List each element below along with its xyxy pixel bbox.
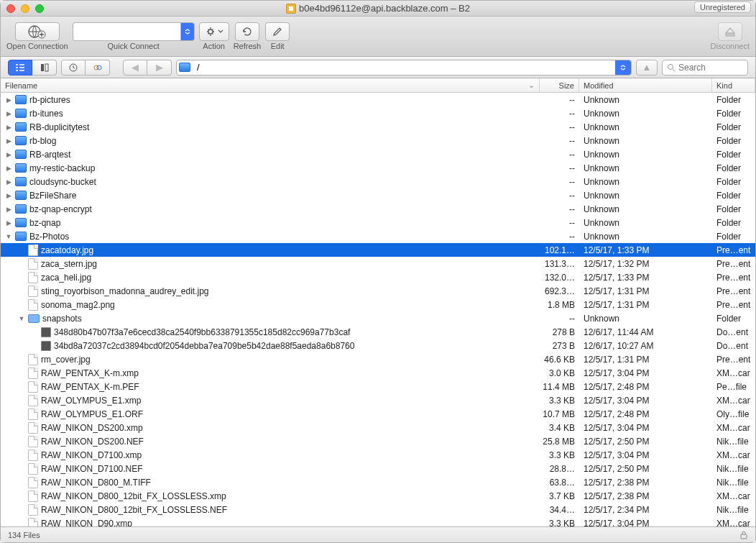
file-kind: XM…car [712, 396, 755, 406]
search-box[interactable] [662, 60, 748, 76]
disclosure-triangle[interactable]: ▶ [5, 178, 12, 186]
table-row[interactable]: zaca_stern.jpg131.3…12/5/17, 1:32 PMPre…… [1, 257, 755, 270]
bonjour-button[interactable] [86, 60, 110, 76]
file-list[interactable]: ▶rb-pictures--UnknownFolder▶rb-itunes--U… [1, 93, 755, 526]
file-modified: 12/5/17, 3:04 PM [579, 423, 712, 433]
drive-icon [15, 204, 27, 214]
table-row[interactable]: sting_royorbison_madonna_audrey_edit.jpg… [1, 284, 755, 298]
table-row[interactable]: RAW_NIKON_D800_12bit_FX_LOSSLESS.xmp3.7 … [1, 489, 755, 503]
table-row[interactable]: zaca_heli.jpg132.0…12/5/17, 1:33 PMPre…e… [1, 270, 755, 284]
column-kind[interactable]: Kind [712, 78, 755, 92]
column-filename[interactable]: Filename ⌄ [1, 78, 540, 92]
table-row[interactable]: ▶bz-qnap--UnknownFolder [1, 216, 755, 229]
file-modified: 12/5/17, 1:33 PM [579, 273, 712, 283]
file-name: RB-arqtest [29, 150, 70, 160]
quick-connect[interactable] [73, 22, 195, 41]
disclosure-triangle[interactable]: ▶ [5, 206, 12, 213]
search-input[interactable] [678, 63, 736, 73]
table-row[interactable]: RAW_NIKON_DS200.NEF25.8 MB12/5/17, 2:50 … [1, 434, 755, 448]
quick-connect-input[interactable] [73, 22, 180, 41]
file-modified: Unknown [579, 163, 712, 173]
file-modified: 12/5/17, 2:38 PM [579, 478, 712, 488]
table-row[interactable]: RAW_NIKON_D7100.xmp3.3 KB12/5/17, 3:04 P… [1, 448, 755, 462]
file-modified: 12/5/17, 3:04 PM [579, 368, 712, 378]
chevron-updown-icon [619, 64, 627, 71]
disclosure-triangle[interactable]: ▶ [5, 151, 12, 158]
file-size: -- [540, 163, 579, 173]
disclosure-triangle[interactable]: ▶ [5, 110, 12, 117]
file-kind: Pe…file [712, 382, 755, 392]
table-row[interactable]: sonoma_mag2.png1.8 MB12/5/17, 1:31 PMPre… [1, 298, 755, 311]
unregistered-button[interactable]: Unregistered [694, 1, 751, 13]
table-row[interactable]: ▶BzFileShare--UnknownFolder [1, 188, 755, 202]
history-button[interactable] [61, 60, 86, 76]
table-row[interactable]: ▶rb-blog--UnknownFolder [1, 134, 755, 147]
quick-connect-dropdown[interactable] [180, 22, 195, 41]
file-size: 25.8 MB [540, 437, 579, 447]
table-row[interactable]: ▼snapshots--UnknownFolder [1, 311, 755, 325]
file-name: RB-duplicitytest [29, 122, 89, 132]
path-dropdown[interactable] [615, 60, 631, 75]
open-connection-button[interactable] [15, 22, 60, 41]
table-row[interactable]: RAW_OLYMPUS_E1.xmp3.3 KB12/5/17, 3:04 PM… [1, 393, 755, 407]
disclosure-triangle[interactable]: ▶ [5, 219, 12, 227]
table-row[interactable]: 34bd8a72037c2cd3894bcd0f2054debba7ea709b… [1, 339, 755, 352]
table-row[interactable]: ▼Bz-Photos--UnknownFolder [1, 229, 755, 243]
file-modified: Unknown [579, 150, 712, 160]
file-name: RAW_NIKON_D800_12bit_FX_LOSSLESS.xmp [41, 491, 226, 501]
table-row[interactable]: RAW_OLYMPUS_E1.ORF10.7 MB12/5/17, 2:48 P… [1, 407, 755, 421]
table-row[interactable]: RAW_PENTAX_K-m.PEF11.4 MB12/5/17, 2:48 P… [1, 380, 755, 393]
table-row[interactable]: RAW_NIKON_D800_M.TIFF63.8…12/5/17, 2:38 … [1, 475, 755, 489]
disclosure-triangle[interactable]: ▶ [5, 192, 12, 199]
list-view-button[interactable] [32, 60, 57, 76]
disclosure-triangle[interactable]: ▶ [5, 124, 12, 131]
file-kind: Nik…file [712, 437, 755, 447]
column-modified[interactable]: Modified [579, 78, 712, 92]
forward-button[interactable]: ▶ [147, 60, 172, 76]
up-button[interactable]: ▲ [636, 60, 658, 76]
file-name: RAW_NIKON_D7100.NEF [41, 464, 143, 474]
file-size: 132.0… [540, 273, 579, 283]
table-row[interactable]: 348d80b47b07f3a7e6cecd38ca2540f9bb633879… [1, 325, 755, 339]
table-row[interactable]: RAW_PENTAX_K-m.xmp3.0 KB12/5/17, 3:04 PM… [1, 366, 755, 380]
back-button[interactable]: ◀ [123, 60, 147, 76]
table-row[interactable]: ▶bz-qnap-encrypt--UnknownFolder [1, 202, 755, 216]
column-size[interactable]: Size [540, 78, 579, 92]
file-kind: XM…car [712, 519, 755, 527]
action-button[interactable] [199, 22, 229, 41]
svg-point-9 [668, 64, 673, 69]
table-row[interactable]: RAW_NIKON_D90.xmp3.3 KB12/5/17, 3:04 PMX… [1, 516, 755, 526]
disclosure-triangle[interactable]: ▶ [5, 137, 12, 145]
edit-button[interactable] [265, 22, 290, 41]
table-row[interactable]: ▶cloudsync-bucket--UnknownFolder [1, 175, 755, 188]
disclosure-triangle[interactable]: ▶ [5, 165, 12, 172]
table-row[interactable]: ▶rb-itunes--UnknownFolder [1, 106, 755, 120]
outline-view-button[interactable] [8, 60, 32, 76]
file-size: 10.7 MB [540, 409, 579, 419]
table-row[interactable]: zacatoday.jpg102.1…12/5/17, 1:33 PMPre…e… [1, 243, 755, 257]
table-row[interactable]: ▶rb-pictures--UnknownFolder [1, 93, 755, 106]
disclosure-triangle[interactable]: ▼ [5, 233, 12, 240]
table-row[interactable]: rm_cover.jpg46.6 KB12/5/17, 1:31 PMPre…e… [1, 352, 755, 366]
table-row[interactable]: ▶RB-arqtest--UnknownFolder [1, 147, 755, 161]
drive-icon [15, 177, 27, 186]
file-modified: 12/5/17, 1:32 PM [579, 259, 712, 269]
svg-rect-10 [741, 534, 747, 539]
table-row[interactable]: ▶my-restic-backup--UnknownFolder [1, 161, 755, 175]
file-modified: Unknown [579, 191, 712, 201]
table-row[interactable]: RAW_NIKON_D800_12bit_FX_LOSSLESS.NEF34.4… [1, 503, 755, 516]
disconnect-button[interactable] [718, 22, 742, 41]
disclosure-triangle[interactable]: ▼ [18, 315, 25, 322]
file-size: -- [540, 95, 579, 105]
table-row[interactable]: RAW_NIKON_DS200.xmp3.4 KB12/5/17, 3:04 P… [1, 421, 755, 434]
disclosure-triangle[interactable]: ▶ [5, 96, 12, 104]
table-row[interactable]: ▶RB-duplicitytest--UnknownFolder [1, 120, 755, 134]
path-bar[interactable]: / [176, 60, 632, 76]
path-text[interactable]: / [193, 60, 615, 75]
table-row[interactable]: RAW_NIKON_D7100.NEF28.8…12/5/17, 2:50 PM… [1, 462, 755, 475]
file-modified: Unknown [579, 95, 712, 105]
file-name: sting_royorbison_madonna_audrey_edit.jpg [41, 286, 209, 296]
refresh-button[interactable] [235, 22, 259, 41]
file-kind: Folder [712, 150, 755, 160]
file-modified: 12/5/17, 1:31 PM [579, 300, 712, 310]
